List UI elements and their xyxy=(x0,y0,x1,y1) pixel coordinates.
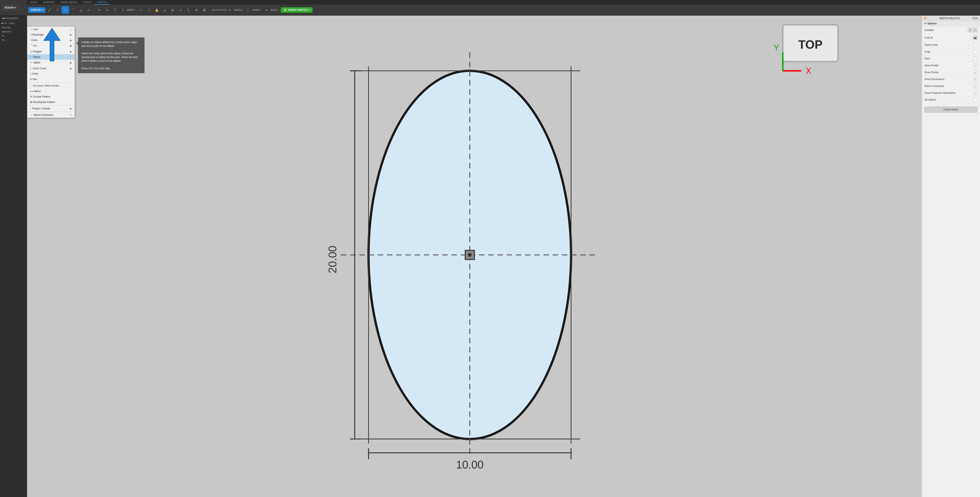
menu-spline-label: 〜 Spline xyxy=(30,61,40,65)
menu-ellipse-more: ⋮ xyxy=(69,56,72,59)
create-menu: — Line L □ Rectangle ▶ Circle ▶ ⌒ Arc ▶ … xyxy=(27,26,75,118)
tab-sheetmetal[interactable]: SHEET METAL xyxy=(57,0,80,5)
create-dropdown-arrow: ▾ xyxy=(41,8,43,11)
menu-conic-arrow: ▶ xyxy=(70,67,72,70)
design-button[interactable]: DESIGN ▾ xyxy=(2,5,19,10)
tab-solid[interactable]: SOLID xyxy=(27,0,40,5)
tool-equal[interactable]: = xyxy=(177,6,184,14)
menu-rectangular-label: ⊞ Rectangular Pattern xyxy=(30,101,55,103)
tool-rectangle[interactable]: □ xyxy=(54,6,61,14)
item-label-2: Named V... xyxy=(2,30,13,33)
tool-vertical[interactable]: | xyxy=(145,6,153,14)
menu-arc-arrow: ▶ xyxy=(70,44,72,47)
tool-sym[interactable]: ⊟ xyxy=(200,6,208,14)
menu-item-point[interactable]: + Point xyxy=(27,71,75,76)
tool-cross[interactable]: ✕ xyxy=(192,6,200,14)
menu-item-arc[interactable]: ⌒ Arc ▶ xyxy=(27,43,75,49)
menu-item-polygon[interactable]: ⬡ Polygon ▶ xyxy=(27,49,75,54)
menu-item-dimension[interactable]: ↔ Sketch Dimension D xyxy=(27,112,75,118)
item-label-4: Sk... xyxy=(2,39,6,41)
item-label-3: Or... xyxy=(2,35,6,37)
toolbar-row: CREATE ▾ ╱ □ ○ ⌒ △ ⊢ ✂ ⊃ ⊤ | MODIFY — | … xyxy=(27,5,245,15)
tool-circle[interactable]: ○ xyxy=(62,6,69,14)
tool-polygon[interactable]: △ xyxy=(77,6,85,14)
menu-line-shortcut: L xyxy=(70,28,72,30)
menu-rectangle-label: □ Rectangle xyxy=(30,33,44,36)
browser-item-label-0: (Uns... xyxy=(10,22,16,25)
browser-item-1[interactable]: Docume... xyxy=(0,25,27,30)
item-icon: □ xyxy=(7,22,9,25)
menu-polygon-arrow: ▶ xyxy=(70,50,72,53)
menu-dimension-label: ↔ Sketch Dimension xyxy=(30,114,53,116)
menu-ellipse-icon: ⬭ xyxy=(30,56,32,59)
menu-item-rectangle[interactable]: □ Rectangle ▶ xyxy=(27,32,75,37)
tool-split[interactable]: | xyxy=(119,6,127,14)
menu-project-arrow: ▶ xyxy=(70,107,72,110)
design-dropdown-icon: ▾ xyxy=(15,6,16,9)
tab-surface[interactable]: SURFACE xyxy=(40,0,57,5)
separator4 xyxy=(243,6,243,14)
menu-item-line[interactable]: — Line L xyxy=(27,27,75,32)
menu-circle-arrow: ▶ xyxy=(70,39,72,41)
eye-icon: 👁 xyxy=(4,22,6,25)
tab-bar: SOLID SURFACE SHEET METAL TOOLS SKETCH xyxy=(27,0,245,5)
constraints-dropdown[interactable]: CONSTRAINTS xyxy=(216,6,224,14)
menu-mirror-label: ⟺ Mirror xyxy=(30,90,41,93)
menu-item-rectangular[interactable]: ⊞ Rectangular Pattern xyxy=(27,99,75,105)
tooltip-line2: axis and a point on the ellipse. xyxy=(81,44,141,48)
menu-dimension-shortcut: D xyxy=(70,114,72,116)
menu-item-circular[interactable]: ↻ Circular Pattern xyxy=(27,94,75,99)
menu-spline-arrow: ▶ xyxy=(70,61,72,64)
menu-item-fitcurves[interactable]: ⌒ Fit Curves / Mesh Section xyxy=(27,83,75,89)
tool-horizontal[interactable]: — xyxy=(137,6,145,14)
menu-fitcurves-label: ⌒ Fit Curves / Mesh Section xyxy=(30,84,59,87)
tooltip-line6: point to define a point on the ellipse. xyxy=(81,59,141,63)
menu-item-ellipse[interactable]: ⬭ Ellipse ⋮ xyxy=(27,54,75,60)
tooltip-line4: Select the center point of the ellipse. … xyxy=(81,52,141,55)
menu-item-text[interactable]: A Text xyxy=(27,76,75,82)
menu-item-conic[interactable]: ∩ Conic Curve ▶ xyxy=(27,66,75,71)
menu-rectangle-arrow: ▶ xyxy=(70,33,72,36)
inspect-label: INSPECT xyxy=(234,9,243,11)
menu-project-label: ↓ Project / Include xyxy=(30,107,50,110)
tool-lock[interactable]: 🔒 xyxy=(153,6,161,14)
tooltip: Creates an ellipse defined by a center p… xyxy=(78,37,145,73)
menu-circular-label: ↻ Circular Pattern xyxy=(30,95,50,98)
tool-scissors[interactable]: ✂ xyxy=(95,6,103,14)
tooltip-line1: Creates an ellipse defined by a center p… xyxy=(81,40,141,44)
tool-concentric[interactable]: ◎ xyxy=(169,6,177,14)
menu-text-label: A Text xyxy=(30,78,37,81)
left-sidebar: ◀◀ BROWSER ▶ 👁 □ (Uns... Docume... Named… xyxy=(0,16,27,124)
tool-arc[interactable]: ⌒ xyxy=(70,6,77,14)
tool-tangent[interactable]: ╲ xyxy=(185,6,192,14)
browser-item-4[interactable]: Sk... xyxy=(0,38,27,42)
menu-item-project[interactable]: ↓ Project / Include ▶ xyxy=(27,106,75,111)
menu-item-spline[interactable]: 〜 Spline ▶ xyxy=(27,60,75,66)
tool-trim[interactable]: ⊤ xyxy=(111,6,119,14)
tool-measure[interactable]: ⊢ xyxy=(226,6,234,14)
tool-plane[interactable]: ⬚ xyxy=(245,6,245,14)
browser-item-2[interactable]: Named V... xyxy=(0,30,27,34)
browser-collapse-icon[interactable]: ◀◀ xyxy=(2,17,5,19)
tool-more1[interactable]: ⊢ xyxy=(85,6,93,14)
tool-offset[interactable]: ⊃ xyxy=(103,6,111,14)
tab-tools[interactable]: TOOLS xyxy=(80,0,94,5)
create-label: CREATE xyxy=(31,8,41,11)
menu-line-label: — Line xyxy=(30,28,38,31)
menu-item-circle[interactable]: Circle ▶ xyxy=(27,37,75,43)
create-dropdown-button[interactable]: CREATE ▾ xyxy=(28,7,45,13)
tool-modify-dropdown[interactable]: MODIFY xyxy=(127,6,135,14)
menu-item-mirror[interactable]: ⟺ Mirror xyxy=(27,89,75,94)
tool-line[interactable]: ╱ xyxy=(46,6,53,14)
separator1 xyxy=(94,6,94,14)
inspect-dropdown[interactable]: INSPECT xyxy=(234,6,242,14)
constraints-label: CONSTRAINTS xyxy=(213,9,227,11)
browser-item-0[interactable]: ▶ 👁 □ (Uns... xyxy=(0,21,27,25)
menu-point-label: + Point xyxy=(30,72,38,75)
tool-triangle-c[interactable]: △ xyxy=(161,6,169,14)
canvas[interactable]: 20.00 10.00 TOP X Y — Line L □ Re xyxy=(27,16,245,124)
tooltip-line8: Press Ctrl+/ for more help. xyxy=(81,67,141,70)
browser-title: BROWSER xyxy=(6,17,18,19)
tab-sketch[interactable]: SKETCH xyxy=(94,0,110,5)
browser-item-3[interactable]: Or... xyxy=(0,34,27,38)
